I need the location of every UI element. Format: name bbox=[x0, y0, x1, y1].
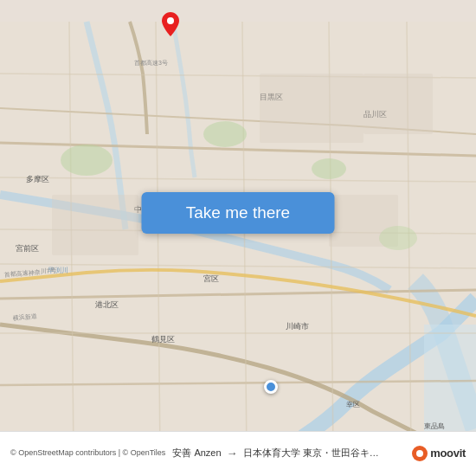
svg-text:川崎市: 川崎市 bbox=[286, 322, 309, 331]
destination-label: 日本体育大学 東京・世田谷キャンパス bbox=[243, 447, 382, 460]
svg-point-37 bbox=[379, 226, 417, 250]
svg-text:宮前区: 宮前区 bbox=[16, 244, 39, 253]
take-me-there-button[interactable]: Take me there bbox=[142, 192, 335, 234]
attribution: © OpenStreetMap contributors | © OpenTil… bbox=[10, 447, 165, 459]
map-container: 多摩区 中原区 目黒区 品川区 港北区 川崎市 宮前区 早渕川 鶴見区 宮区 東… bbox=[0, 0, 476, 476]
destination-marker bbox=[264, 380, 278, 394]
map-background: 多摩区 中原区 目黒区 品川区 港北区 川崎市 宮前区 早渕川 鶴見区 宮区 東… bbox=[0, 0, 476, 476]
svg-text:首都高速3号: 首都高速3号 bbox=[134, 60, 168, 66]
svg-rect-30 bbox=[260, 74, 363, 143]
origin-marker bbox=[162, 12, 179, 40]
svg-point-36 bbox=[61, 145, 113, 176]
svg-text:東品島: 東品島 bbox=[424, 422, 445, 430]
svg-point-34 bbox=[203, 121, 247, 147]
moovit-wordmark: moovit bbox=[430, 447, 466, 460]
svg-point-35 bbox=[312, 158, 346, 179]
svg-rect-32 bbox=[363, 74, 433, 134]
svg-point-39 bbox=[416, 450, 423, 457]
route-info: 安善 Anzen → 日本体育大学 東京・世田谷キャンパス bbox=[165, 447, 412, 460]
svg-point-38 bbox=[167, 17, 174, 24]
svg-text:宮区: 宮区 bbox=[203, 274, 219, 283]
svg-rect-33 bbox=[52, 195, 138, 255]
bottom-bar: © OpenStreetMap contributors | © OpenTil… bbox=[0, 431, 476, 476]
svg-text:多摩区: 多摩区 bbox=[26, 175, 49, 183]
moovit-dot-icon bbox=[412, 446, 428, 461]
svg-text:幸区: 幸区 bbox=[346, 401, 360, 408]
moovit-logo: moovit bbox=[412, 446, 466, 461]
origin-label: 安善 Anzen bbox=[172, 447, 221, 460]
route-arrow: → bbox=[227, 447, 238, 460]
svg-text:港北区: 港北区 bbox=[95, 300, 119, 309]
svg-text:鶴見区: 鶴見区 bbox=[151, 335, 175, 344]
